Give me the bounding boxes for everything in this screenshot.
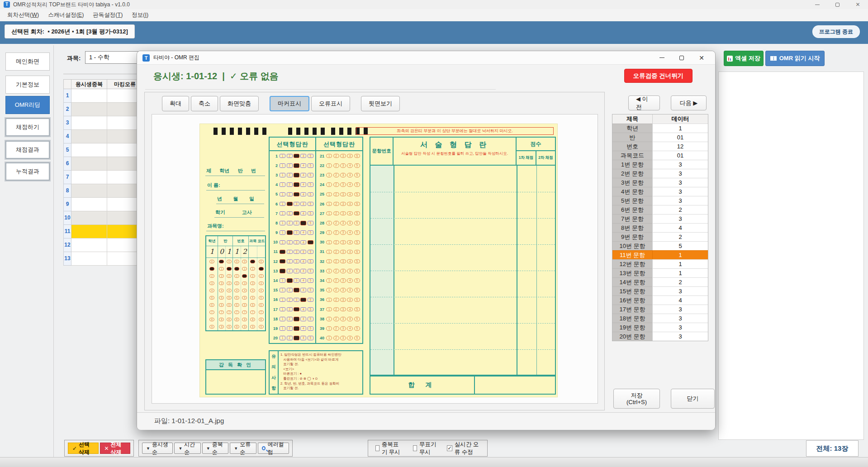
sidebar-item-2[interactable]: 기본정보 bbox=[5, 76, 50, 94]
checkbox-icon[interactable]: ✓ bbox=[447, 445, 452, 451]
data-table-row-9[interactable]: 5번 문항3 bbox=[612, 196, 708, 205]
data-table-row-20[interactable]: 16번 문항4 bbox=[612, 295, 708, 305]
toolbar-button-5[interactable]: 오류표시 bbox=[311, 96, 350, 111]
roster-row-9[interactable]: 9 bbox=[63, 198, 143, 211]
excel-save-button[interactable]: 엑셀 저장 bbox=[724, 51, 764, 66]
data-table-row-4[interactable]: 과목코드01 bbox=[612, 151, 708, 160]
sort-button-2[interactable]: ▼시간순 bbox=[174, 443, 200, 454]
checkbox-option-1[interactable]: 중복표기 무시 bbox=[375, 441, 403, 456]
data-table-row-24[interactable]: 20번 문항3 bbox=[612, 332, 708, 341]
roster-row-2[interactable]: 2 bbox=[63, 103, 143, 116]
roster-row-7[interactable]: 7 bbox=[63, 171, 143, 184]
checkbox-label: 실시간 오류 수정 bbox=[455, 441, 480, 456]
previous-button[interactable]: ◀ 이전 bbox=[628, 95, 660, 110]
roster-cell-duplicate bbox=[71, 252, 107, 266]
roster-row-5[interactable]: 5 bbox=[63, 143, 143, 157]
sheet-total-empty-cell bbox=[475, 376, 556, 395]
toolbar-button-6[interactable]: 뒷면보기 bbox=[361, 96, 400, 111]
program-exit-button[interactable]: 프로그램 종료 bbox=[812, 25, 860, 38]
dialog-titlebar: T 타비야 - OMR 편집 ✕ bbox=[137, 51, 715, 65]
data-table-row-11[interactable]: 7번 문항3 bbox=[612, 214, 708, 223]
next-button[interactable]: 다음 ▶ bbox=[671, 95, 707, 110]
roster-row-3[interactable]: 3 bbox=[63, 116, 143, 130]
save-button[interactable]: 저장 (Ctrl+S) bbox=[613, 389, 660, 409]
roster-row-8[interactable]: 8 bbox=[63, 184, 143, 198]
data-table-row-7[interactable]: 3번 문항3 bbox=[612, 178, 708, 187]
data-table-row-13[interactable]: 9번 문항2 bbox=[612, 232, 708, 241]
id-bubble-marked bbox=[249, 258, 256, 265]
checkbox-option-2[interactable]: 무표기 무시 bbox=[413, 441, 437, 456]
error-column-button[interactable]: 에러컬럼 bbox=[258, 443, 289, 454]
data-table-row-8[interactable]: 4번 문항3 bbox=[612, 187, 708, 196]
dialog-close-icon[interactable]: ✕ bbox=[692, 52, 711, 64]
roster-row-1[interactable]: 1 bbox=[63, 89, 143, 103]
answer-bubble: 3 bbox=[340, 240, 346, 245]
data-table-row-6[interactable]: 2번 문항3 bbox=[612, 169, 708, 178]
data-table-row-14[interactable]: 10번 문항5 bbox=[612, 241, 708, 250]
toolbar-button-3[interactable]: 화면맞춤 bbox=[220, 96, 259, 111]
data-table-row-3[interactable]: 번호12 bbox=[612, 142, 708, 151]
roster-row-4[interactable]: 4 bbox=[63, 130, 143, 143]
data-table-row-label: 과목코드 bbox=[612, 151, 652, 160]
data-table-row-16[interactable]: 12번 문항1 bbox=[612, 259, 708, 268]
omr-image-viewer[interactable]: 좌측의 검은띠 부분과 이 상단 부분에는 절대로 낙서하지 마시오.선택형답란… bbox=[152, 114, 598, 404]
id-bubble-subcolumn: 123456789 bbox=[218, 258, 225, 330]
data-table-row-19[interactable]: 15번 문항3 bbox=[612, 286, 708, 295]
answer-bubble: 1 bbox=[280, 317, 285, 321]
sort-button-1[interactable]: ▼응시생순 bbox=[142, 443, 173, 454]
toolbar-button-4[interactable]: 마커표시 bbox=[270, 96, 309, 111]
data-table-row-1[interactable]: 학년1 bbox=[612, 124, 708, 133]
roster-row-11[interactable]: 11 bbox=[63, 225, 143, 238]
roster-row-10[interactable]: 10 bbox=[63, 211, 143, 225]
checkbox-icon[interactable] bbox=[375, 445, 379, 451]
data-table-row-18[interactable]: 14번 문항2 bbox=[612, 277, 708, 286]
dialog-maximize-icon[interactable] bbox=[672, 52, 692, 64]
data-table-row-12[interactable]: 8번 문항4 bbox=[612, 223, 708, 232]
roster-row-13[interactable]: 13 bbox=[63, 252, 143, 266]
question-number: 8 bbox=[270, 221, 278, 225]
sort-button-4[interactable]: ▼오류순 bbox=[230, 443, 256, 454]
toolbar-button-2[interactable]: 축소 bbox=[191, 96, 218, 111]
data-table-row-21[interactable]: 17번 문항3 bbox=[612, 305, 708, 314]
maximize-icon[interactable] bbox=[827, 0, 848, 9]
roster-row-6[interactable]: 6 bbox=[63, 157, 143, 171]
sidebar-item-1[interactable]: 메인화면 bbox=[5, 52, 50, 71]
menu-item-1[interactable]: 회차선택(W) bbox=[3, 10, 43, 21]
checkbox-option-3[interactable]: ✓실시간 오류 수정 bbox=[447, 441, 480, 456]
id-bubble: 5 bbox=[241, 294, 248, 301]
data-table-row-2[interactable]: 반01 bbox=[612, 133, 708, 142]
sidebar-item-4[interactable]: 채점하기 bbox=[5, 118, 50, 136]
menu-item-4[interactable]: 정보(I) bbox=[127, 10, 153, 21]
delete-selected-button[interactable]: ✓ 선택삭제 bbox=[68, 443, 99, 454]
dialog-minimize-icon[interactable] bbox=[652, 52, 672, 64]
sidebar-item-5[interactable]: 채점결과 bbox=[5, 141, 50, 159]
sidebar-item-3[interactable]: OMR리딩 bbox=[5, 96, 50, 114]
data-table-row-17[interactable]: 13번 문항1 bbox=[612, 268, 708, 277]
answer-bubble: 3 bbox=[340, 298, 346, 302]
answer-bubble: 3 bbox=[340, 288, 346, 292]
data-table-row-5[interactable]: 1번 문항3 bbox=[612, 160, 708, 169]
data-table-row-10[interactable]: 6번 문항2 bbox=[612, 205, 708, 214]
answer-bubble: 2 bbox=[287, 326, 293, 331]
omr-start-button[interactable]: OMR 읽기 시작 bbox=[765, 51, 825, 66]
handwritten-digit bbox=[257, 246, 265, 257]
option-group: 중복표기 무시무표기 무시✓실시간 오류 수정 bbox=[368, 440, 488, 457]
delete-all-button[interactable]: ✕ 전체삭제 bbox=[100, 443, 131, 454]
sidebar-item-6[interactable]: 누적결과 bbox=[5, 162, 50, 181]
supervisor-header: 감 독 확 인 bbox=[206, 360, 265, 370]
menu-item-3[interactable]: 판독설정(T) bbox=[88, 10, 127, 21]
data-table-row-22[interactable]: 18번 문항3 bbox=[612, 314, 708, 323]
close-icon[interactable]: ✕ bbox=[848, 0, 868, 9]
sort-button-3[interactable]: ▼중복순 bbox=[202, 443, 228, 454]
answer-bubble: 1 bbox=[280, 202, 285, 206]
minimize-icon[interactable] bbox=[807, 0, 827, 9]
skip-error-check-button[interactable]: 오류검증 건너뛰기 bbox=[624, 69, 693, 83]
data-table-row-23[interactable]: 19번 문항3 bbox=[612, 323, 708, 332]
data-table-row-value: 3 bbox=[652, 286, 708, 295]
dialog-close-button[interactable]: 닫기 bbox=[671, 389, 715, 409]
menu-item-2[interactable]: 스캐너설정(E) bbox=[43, 10, 88, 21]
data-table-row-15[interactable]: 11번 문항1 bbox=[612, 250, 708, 259]
toolbar-button-1[interactable]: 확대 bbox=[162, 96, 189, 111]
checkbox-icon[interactable] bbox=[413, 445, 417, 451]
roster-row-12[interactable]: 12 bbox=[63, 238, 143, 252]
